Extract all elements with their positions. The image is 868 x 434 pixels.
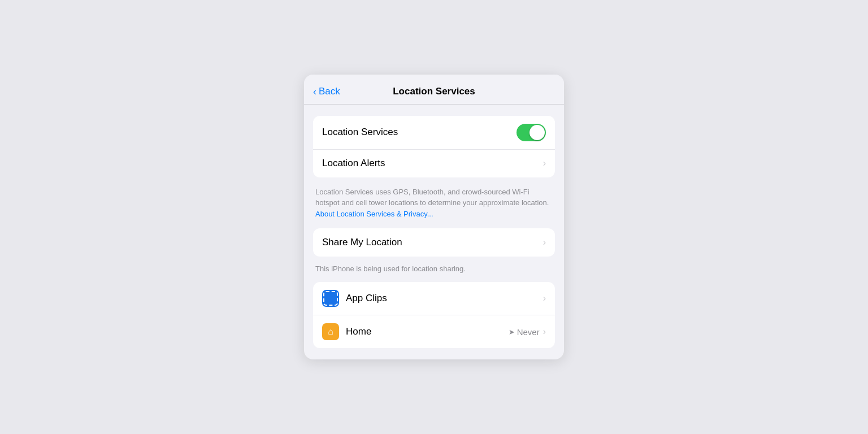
location-services-group: Location Services Location Alerts › (313, 116, 555, 177)
location-privacy-link[interactable]: About Location Services & Privacy... (315, 210, 433, 218)
share-my-location-row[interactable]: Share My Location › (313, 228, 555, 257)
settings-content: Location Services Location Alerts › Loca… (304, 105, 564, 349)
settings-panel: ‹ Back Location Services Location Servic… (304, 75, 564, 360)
location-alerts-row[interactable]: Location Alerts › (313, 149, 555, 177)
navigation-header: ‹ Back Location Services (304, 75, 564, 105)
location-alerts-label: Location Alerts (322, 158, 543, 169)
share-my-location-label: Share My Location (322, 237, 543, 248)
home-label: Home (346, 326, 509, 337)
app-clips-icon (322, 290, 339, 307)
app-clips-row[interactable]: App Clips › (313, 282, 555, 315)
home-app-icon: ⌂ (322, 323, 339, 340)
location-alerts-chevron-icon: › (543, 158, 546, 168)
app-list-group: App Clips › ⌂ Home ➤ Never › (313, 282, 555, 348)
share-my-location-chevron-icon: › (543, 237, 546, 248)
share-description: This iPhone is being used for location s… (313, 261, 555, 282)
location-services-row[interactable]: Location Services (313, 116, 555, 149)
location-services-toggle[interactable] (517, 124, 546, 141)
page-title: Location Services (393, 86, 475, 97)
location-arrow-icon: ➤ (509, 328, 515, 336)
description-main-text: Location Services uses GPS, Bluetooth, a… (315, 188, 549, 207)
share-location-group: Share My Location › (313, 228, 555, 257)
location-services-label: Location Services (322, 127, 517, 138)
app-clips-label: App Clips (346, 293, 543, 304)
back-chevron-icon: ‹ (313, 86, 316, 97)
home-row[interactable]: ⌂ Home ➤ Never › (313, 315, 555, 348)
app-clips-chevron-icon: › (543, 293, 546, 303)
app-clips-icon-wrap (322, 290, 339, 307)
home-status-label: Never (517, 327, 540, 337)
home-house-icon: ⌂ (328, 327, 333, 336)
home-icon-wrap: ⌂ (322, 323, 339, 340)
back-label: Back (319, 86, 340, 97)
toggle-knob (530, 125, 545, 140)
home-chevron-icon: › (543, 327, 546, 337)
location-description: Location Services uses GPS, Bluetooth, a… (313, 182, 555, 229)
back-button[interactable]: ‹ Back (313, 86, 340, 97)
